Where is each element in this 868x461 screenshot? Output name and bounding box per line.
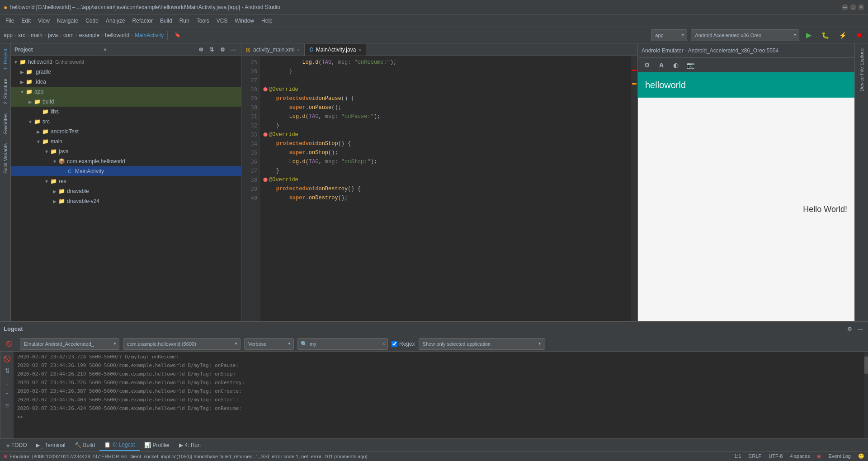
breadcrumb-java[interactable]: java	[48, 32, 58, 38]
tree-item-idea[interactable]: ▶ 📁 .idea	[11, 77, 241, 87]
close-tab-xml[interactable]: ×	[297, 47, 300, 52]
breadcrumb-com[interactable]: com	[63, 32, 74, 38]
bookmark-btn[interactable]: 🔖	[171, 30, 184, 40]
menu-code[interactable]: Code	[82, 16, 102, 26]
status-indent[interactable]: 4 spaces	[790, 453, 810, 459]
regex-checkbox[interactable]	[392, 341, 397, 347]
menu-file[interactable]: File	[2, 16, 18, 26]
logcat-up-btn[interactable]: ↑	[2, 389, 13, 400]
menu-window[interactable]: Window	[231, 16, 258, 26]
logcat-filter-btn[interactable]: ≡	[2, 400, 13, 411]
menu-navigate[interactable]: Navigate	[53, 16, 82, 26]
bottom-tab-build[interactable]: 🔨 Build	[70, 439, 100, 451]
show-only-select[interactable]: Show only selected application	[419, 338, 545, 350]
tree-item-mainactivity[interactable]: C MainActivity	[11, 166, 241, 176]
menu-view[interactable]: View	[34, 16, 53, 26]
logcat-scroll-btn[interactable]: ⇅	[2, 365, 13, 376]
tab-mainactivity-java[interactable]: C MainActivity.java ×	[305, 44, 366, 56]
project-minimize-btn[interactable]: —	[229, 46, 237, 54]
event-log-label[interactable]: Event Log	[828, 453, 851, 459]
logcat-package-select[interactable]: com.example.helloworld (5600)	[123, 338, 241, 350]
tree-item-main[interactable]: ▼ 📁 main	[11, 136, 241, 146]
tree-item-libs[interactable]: 📁 libs	[11, 107, 241, 117]
tree-item-gradle[interactable]: ▶ 📁 .gradle	[11, 67, 241, 77]
status-line-ending[interactable]: CRLF	[749, 453, 762, 459]
app-select[interactable]: app	[651, 29, 687, 41]
logcat-header: Logcat ⚙ —	[0, 322, 868, 336]
logcat-scrollbar[interactable]	[864, 352, 868, 438]
menu-analyze[interactable]: Analyze	[102, 16, 129, 26]
logcat-level-select[interactable]: Verbose	[244, 338, 294, 350]
tree-item-java[interactable]: ▼ 📁 java	[11, 146, 241, 156]
right-tab-device-file-explorer[interactable]: Device File Explorer	[857, 43, 866, 95]
status-encoding[interactable]: UTF-8	[769, 453, 783, 459]
tree-item-androidtest[interactable]: ▶ 📁 androidTest	[11, 127, 241, 136]
tree-item-src[interactable]: ▼ 📁 src	[11, 117, 241, 127]
project-gear-btn[interactable]: ⚙	[218, 46, 226, 54]
breadcrumb-app[interactable]: app	[4, 32, 13, 38]
tab-build-variants[interactable]: Build Variants	[1, 139, 10, 178]
debug-btn[interactable]: 🐛	[818, 30, 832, 41]
menu-tools[interactable]: Tools	[193, 16, 213, 26]
attach-btn[interactable]: ⚡	[836, 30, 850, 41]
status-position[interactable]: 1:1	[734, 453, 741, 459]
close-button[interactable]: ×	[858, 4, 864, 10]
logcat-scroll-thumb[interactable]	[864, 356, 868, 374]
emulator-a-btn[interactable]: A	[656, 60, 667, 71]
project-settings-btn[interactable]: ⚙	[197, 46, 205, 54]
tree-item-build[interactable]: ▶ 📁 build	[11, 97, 241, 107]
tab-favorites[interactable]: Favorites	[1, 109, 10, 138]
menu-edit[interactable]: Edit	[18, 16, 34, 26]
tab-structure[interactable]: 2: Structure	[1, 74, 10, 109]
tree-item-drawable[interactable]: ▶ 📁 drawable	[11, 186, 241, 196]
project-dropdown[interactable]: ▼	[103, 47, 108, 52]
stop-btn[interactable]: ■	[854, 29, 864, 41]
app-select-wrapper: app	[651, 29, 687, 41]
menu-build[interactable]: Build	[156, 16, 176, 26]
search-clear-btn[interactable]: ×	[382, 341, 385, 347]
emulator-settings-btn[interactable]: ⚙	[642, 60, 652, 71]
project-sort-btn[interactable]: ⇅	[208, 46, 216, 54]
tab-activity-main-xml[interactable]: ⊞ activity_main.xml ×	[241, 44, 305, 56]
logcat-minimize-btn[interactable]: —	[856, 325, 864, 333]
code-area[interactable]: Log.d(TAG, msg: "onResume:"); } ⬤ @Overr…	[259, 56, 631, 321]
menu-vcs[interactable]: VCS	[213, 16, 231, 26]
tree-item-helloworld[interactable]: ▼ 📁 helloworld G:\helloworld	[11, 57, 241, 67]
logcat-device-select[interactable]: Emulator Android_Accelerated_	[20, 338, 119, 350]
tree-item-drawable-v24[interactable]: ▶ 📁 drawable-v24	[11, 196, 241, 206]
minimize-button[interactable]: —	[842, 4, 848, 10]
menu-run[interactable]: Run	[176, 16, 193, 26]
tree-item-package[interactable]: ▼ 📦 com.example.helloworld	[11, 156, 241, 166]
tree-item-res[interactable]: ▼ 📁 res	[11, 176, 241, 186]
tree-item-app[interactable]: ▼ 📁 app	[11, 87, 241, 97]
logcat-settings-btn[interactable]: ⚙	[845, 325, 854, 333]
tab-label-xml: activity_main.xml	[253, 47, 294, 53]
logcat-down-btn[interactable]: ↓	[2, 377, 13, 388]
bottom-tab-terminal[interactable]: ▶_ Terminal	[31, 439, 70, 451]
regex-label[interactable]: Regex	[399, 341, 415, 347]
tab-project[interactable]: 1: Project	[1, 44, 10, 74]
close-tab-java[interactable]: ×	[359, 47, 361, 52]
bottom-tab-todo[interactable]: ≡ TODO	[2, 439, 31, 451]
logcat-search-input[interactable]	[297, 338, 388, 350]
device-select[interactable]: Android Accelerated x86 Oreo	[691, 29, 799, 41]
breadcrumb-src[interactable]: src	[18, 32, 25, 38]
breadcrumb-example[interactable]: example	[79, 32, 99, 38]
bottom-tab-logcat[interactable]: 📋 6: Logcat	[99, 439, 139, 451]
maximize-button[interactable]: □	[850, 4, 856, 10]
emulator-theme-btn[interactable]: ◐	[670, 60, 681, 71]
emulator-camera-btn[interactable]: 📷	[685, 60, 696, 71]
bottom-tab-run[interactable]: ▶ 4: Run	[175, 439, 205, 451]
breadcrumb-main[interactable]: main	[31, 32, 42, 38]
logcat-clear-btn[interactable]: 🚫	[4, 339, 14, 349]
logcat-clear-btn-2[interactable]: 🚫	[2, 353, 13, 364]
emulator-content: Hello World!	[638, 98, 854, 321]
breadcrumb-helloworld[interactable]: helloworld	[105, 32, 129, 38]
menu-help[interactable]: Help	[258, 16, 276, 26]
menu-refactor[interactable]: Refactor	[129, 16, 156, 26]
run-btn[interactable]: ▶	[803, 29, 815, 41]
breadcrumb-mainactivity[interactable]: MainActivity	[135, 32, 164, 38]
tree-arrow: ▼	[13, 59, 19, 65]
bottom-tab-profiler[interactable]: 📊 Profiler	[140, 439, 175, 451]
scroll-markers	[631, 56, 637, 321]
